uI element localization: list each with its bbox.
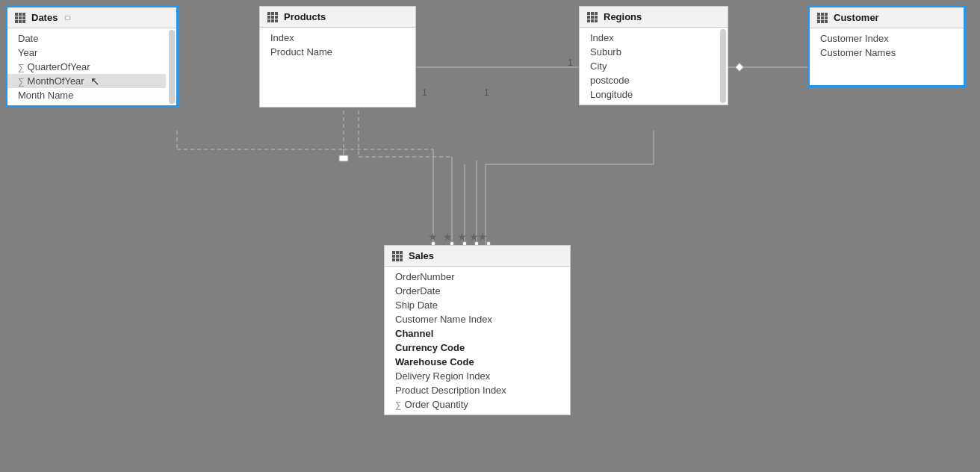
field-monthname[interactable]: Month Name <box>7 88 166 102</box>
regions-table: Regions Index Suburb City postcode Longi… <box>579 6 728 105</box>
svg-rect-47 <box>271 19 274 22</box>
field-customer-index[interactable]: Customer Index <box>810 31 964 46</box>
field-currencycode[interactable]: Currency Code <box>385 341 570 355</box>
dates-scrollbar[interactable] <box>169 30 175 104</box>
svg-rect-49 <box>587 12 590 15</box>
svg-rect-64 <box>817 20 820 23</box>
svg-rect-44 <box>271 16 274 19</box>
longitude-label: Longitude <box>590 89 633 100</box>
regions-table-body: Index Suburb City postcode Longitude <box>580 28 728 105</box>
svg-rect-36 <box>22 16 25 19</box>
currencycode-label: Currency Code <box>395 342 465 353</box>
deliveryregionindex-label: Delivery Region Index <box>395 370 490 382</box>
productdescriptionindex-label: Product Description Index <box>395 385 506 396</box>
svg-rect-75 <box>400 258 403 261</box>
field-quarterofyear[interactable]: ∑ QuarterOfYear <box>7 60 166 74</box>
field-ordernumber[interactable]: OrderNumber <box>385 270 570 284</box>
svg-text:★: ★ <box>478 231 488 243</box>
field-productdescriptionindex[interactable]: Product Description Index <box>385 383 570 397</box>
svg-rect-63 <box>825 16 828 19</box>
orderdate-label: OrderDate <box>395 285 441 296</box>
svg-rect-34 <box>15 16 18 19</box>
svg-rect-41 <box>271 12 274 15</box>
field-city[interactable]: City <box>580 59 717 73</box>
svg-rect-33 <box>22 13 25 16</box>
warehousecode-label: Warehouse Code <box>395 356 474 367</box>
city-label: City <box>590 60 607 72</box>
svg-rect-72 <box>400 255 403 258</box>
svg-rect-40 <box>267 12 270 15</box>
monthname-label: Month Name <box>18 90 73 101</box>
svg-rect-37 <box>15 20 18 23</box>
svg-rect-53 <box>591 16 594 19</box>
svg-rect-46 <box>267 19 270 22</box>
svg-rect-54 <box>595 16 598 19</box>
svg-text:1: 1 <box>568 58 573 68</box>
svg-rect-65 <box>821 20 824 23</box>
svg-rect-52 <box>587 16 590 19</box>
field-suburb[interactable]: Suburb <box>580 45 717 59</box>
sales-table-body: OrderNumber OrderDate Ship Date Customer… <box>385 267 570 414</box>
regions-index-label: Index <box>590 32 614 43</box>
dates-title: Dates <box>31 12 58 23</box>
svg-text:★: ★ <box>469 231 479 243</box>
field-orderquantity[interactable]: ∑ Order Quantity <box>385 397 570 412</box>
svg-text:★: ★ <box>443 231 453 243</box>
field-deliveryregionindex[interactable]: Delivery Region Index <box>385 369 570 383</box>
field-date[interactable]: Date <box>7 31 166 46</box>
svg-rect-32 <box>19 13 22 16</box>
field-regions-index[interactable]: Index <box>580 31 717 45</box>
customernameindex-label: Customer Name Index <box>395 314 492 325</box>
cursor-icon: ↖ <box>90 75 100 87</box>
regions-scrollbar[interactable] <box>720 29 726 103</box>
regions-table-header: Regions <box>580 7 728 28</box>
suburb-label: Suburb <box>590 46 621 58</box>
customer-grid-icon <box>817 13 829 23</box>
svg-rect-38 <box>19 20 22 23</box>
svg-rect-51 <box>595 12 598 15</box>
svg-rect-57 <box>595 19 598 22</box>
svg-rect-59 <box>821 13 824 16</box>
svg-rect-12 <box>339 155 348 161</box>
products-index-label: Index <box>270 32 294 43</box>
sigma-icon-qty: ∑ <box>395 400 402 410</box>
svg-rect-45 <box>275 16 278 19</box>
sigma-icon-month: ∑ <box>18 76 25 87</box>
products-table-header: Products <box>260 7 415 28</box>
channel-label: Channel <box>395 328 433 339</box>
quarterofyear-label: QuarterOfYear <box>28 61 90 72</box>
sales-grid-icon <box>392 251 404 261</box>
field-year[interactable]: Year <box>7 46 166 60</box>
field-customer-names[interactable]: Customer Names <box>810 46 964 60</box>
customer-index-label: Customer Index <box>820 33 889 44</box>
svg-rect-67 <box>392 251 395 254</box>
field-products-index[interactable]: Index <box>260 31 415 45</box>
sigma-icon-quarter: ∑ <box>18 62 25 72</box>
field-productname[interactable]: Product Name <box>260 45 415 59</box>
svg-rect-58 <box>817 13 820 16</box>
svg-rect-70 <box>392 255 395 258</box>
sales-title: Sales <box>409 250 434 261</box>
field-monthofyear[interactable]: ∑ MonthOfYear ↖ <box>7 74 166 88</box>
field-longitude[interactable]: Longitude <box>580 87 717 102</box>
field-customernameindex[interactable]: Customer Name Index <box>385 312 570 326</box>
svg-rect-56 <box>591 19 594 22</box>
customer-table: Customer Customer Index Customer Names <box>808 6 965 87</box>
svg-rect-42 <box>275 12 278 15</box>
field-orderdate[interactable]: OrderDate <box>385 284 570 298</box>
svg-text:1: 1 <box>422 87 427 98</box>
svg-rect-43 <box>267 16 270 19</box>
field-channel[interactable]: Channel <box>385 326 570 341</box>
field-shipdate[interactable]: Ship Date <box>385 298 570 312</box>
customer-table-body: Customer Index Customer Names <box>810 28 964 85</box>
svg-rect-21 <box>735 63 743 71</box>
svg-rect-74 <box>396 258 399 261</box>
dates-expand-icon[interactable]: □ <box>65 13 69 22</box>
sales-table: Sales OrderNumber OrderDate Ship Date Cu… <box>384 245 571 415</box>
field-warehousecode[interactable]: Warehouse Code <box>385 355 570 369</box>
ordernumber-label: OrderNumber <box>395 271 454 282</box>
customer-title: Customer <box>834 12 879 23</box>
svg-rect-62 <box>821 16 824 19</box>
sales-table-header: Sales <box>385 246 570 267</box>
field-postcode[interactable]: postcode <box>580 73 717 87</box>
